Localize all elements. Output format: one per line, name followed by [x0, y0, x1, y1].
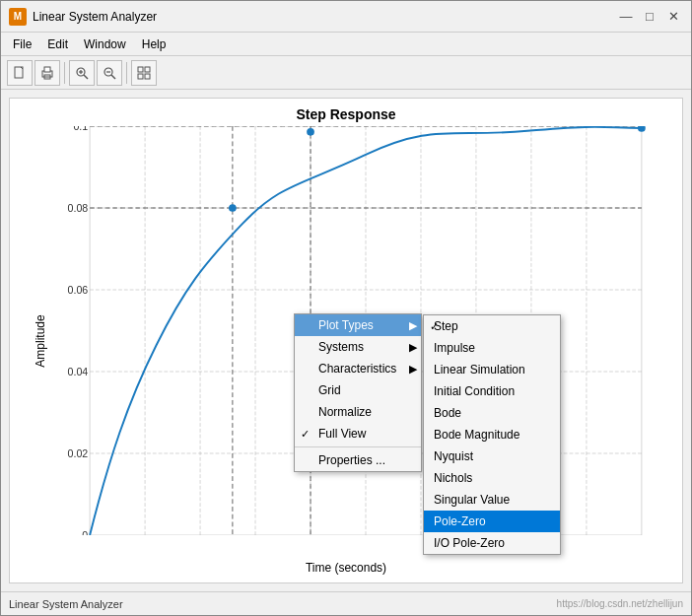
svg-rect-0 — [15, 67, 23, 78]
svg-text:0.04: 0.04 — [68, 366, 89, 377]
toolbar — [1, 56, 691, 90]
zoom-in-button[interactable] — [69, 60, 95, 86]
ctx-full-view[interactable]: ✓ Full View — [295, 423, 421, 445]
ctx-separator — [295, 446, 421, 447]
svg-rect-14 — [145, 74, 150, 79]
ctx-plot-types[interactable]: Plot Types ▶ ✓ Step Impulse — [295, 314, 421, 336]
ctx-normalize[interactable]: Normalize — [295, 401, 421, 423]
sub-check-step: ✓ — [430, 320, 439, 333]
svg-rect-11 — [138, 67, 143, 72]
window-title: Linear System Analyzer — [33, 10, 616, 24]
titlebar-controls: — □ ✕ — [616, 7, 683, 27]
ctx-properties[interactable]: Properties ... — [295, 449, 421, 471]
layout-button[interactable] — [131, 60, 157, 86]
app-icon: M — [9, 8, 27, 26]
svg-point-38 — [638, 126, 646, 132]
toolbar-separator-1 — [64, 62, 65, 84]
menu-file[interactable]: File — [5, 35, 39, 53]
sub-nichols[interactable]: Nichols — [424, 467, 560, 489]
sub-impulse[interactable]: Impulse — [424, 337, 560, 359]
menu-help[interactable]: Help — [134, 35, 174, 53]
svg-point-36 — [229, 204, 237, 212]
zoom-out-button[interactable] — [97, 60, 122, 86]
context-menu: Plot Types ▶ ✓ Step Impulse — [294, 313, 422, 472]
new-button[interactable] — [7, 60, 33, 86]
minimize-button[interactable]: — — [616, 7, 636, 27]
menu-window[interactable]: Window — [76, 35, 134, 53]
y-axis-label: Amplitude — [34, 314, 47, 367]
main-window: M Linear System Analyzer — □ ✕ File Edit… — [0, 0, 692, 616]
svg-text:0.1: 0.1 — [73, 126, 88, 132]
maximize-button[interactable]: □ — [640, 7, 659, 27]
svg-text:0.06: 0.06 — [68, 284, 89, 296]
sub-bode-mag[interactable]: Bode Magnitude — [424, 424, 560, 445]
svg-point-37 — [307, 128, 314, 136]
svg-rect-13 — [138, 74, 143, 79]
svg-text:0: 0 — [82, 529, 88, 535]
sub-bode[interactable]: Bode — [424, 402, 560, 424]
ctx-characteristics[interactable]: Characteristics ▶ — [295, 358, 421, 379]
close-button[interactable]: ✕ — [663, 7, 683, 27]
ctx-arrow-plot-types: ▶ — [409, 319, 417, 332]
x-axis-label: Time (seconds) — [306, 561, 386, 575]
sub-pole-zero[interactable]: Pole-Zero — [424, 511, 560, 532]
ctx-systems[interactable]: Systems ▶ — [295, 336, 421, 358]
svg-rect-2 — [44, 67, 50, 72]
menubar: File Edit Window Help — [1, 33, 691, 56]
main-area: Step Response Amplitude — [1, 90, 691, 591]
ctx-grid[interactable]: Grid — [295, 379, 421, 401]
statusbar-left: Linear System Analyzer — [9, 598, 123, 610]
svg-line-9 — [111, 75, 115, 79]
titlebar: M Linear System Analyzer — □ ✕ — [1, 1, 691, 33]
sub-initial-cond[interactable]: Initial Condition — [424, 380, 560, 402]
svg-text:0.02: 0.02 — [68, 447, 89, 459]
sub-nyquist[interactable]: Nyquist — [424, 445, 560, 467]
sub-singular[interactable]: Singular Value — [424, 489, 560, 511]
ctx-arrow-systems: ▶ — [409, 341, 417, 354]
statusbar: Linear System Analyzer https://blog.csdn… — [1, 591, 691, 615]
svg-rect-12 — [145, 67, 150, 72]
menu-edit[interactable]: Edit — [39, 35, 76, 53]
statusbar-right: https://blog.csdn.net/zhellijun — [557, 598, 683, 609]
sub-linear-sim[interactable]: Linear Simulation — [424, 359, 560, 380]
ctx-check-full-view: ✓ — [301, 428, 310, 441]
print-button[interactable] — [35, 60, 60, 86]
toolbar-separator-2 — [126, 62, 127, 84]
svg-text:0.08: 0.08 — [68, 202, 89, 214]
submenu-plot-types: ✓ Step Impulse Linear Simulation — [423, 314, 561, 555]
sub-io-pole-zero[interactable]: I/O Pole-Zero — [424, 532, 560, 554]
svg-line-5 — [84, 75, 88, 79]
sub-step[interactable]: ✓ Step — [424, 315, 560, 337]
plot-area[interactable]: Step Response Amplitude — [9, 98, 683, 583]
ctx-arrow-characteristics: ▶ — [409, 363, 417, 376]
plot-title: Step Response — [10, 99, 682, 122]
